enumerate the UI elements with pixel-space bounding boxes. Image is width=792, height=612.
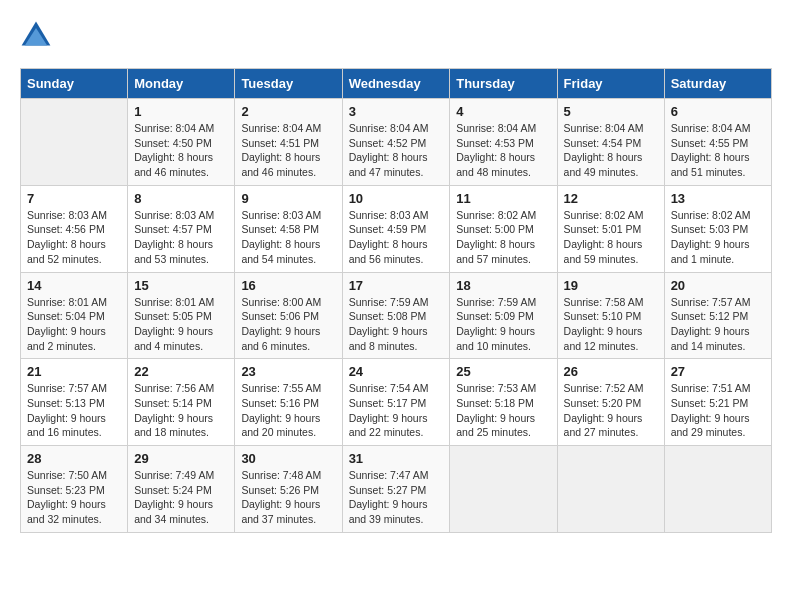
- day-info: Sunrise: 7:49 AMSunset: 5:24 PMDaylight:…: [134, 468, 228, 527]
- week-row-5: 28Sunrise: 7:50 AMSunset: 5:23 PMDayligh…: [21, 446, 772, 533]
- day-info: Sunrise: 8:03 AMSunset: 4:59 PMDaylight:…: [349, 208, 444, 267]
- day-info: Sunrise: 7:57 AMSunset: 5:12 PMDaylight:…: [671, 295, 765, 354]
- day-cell: 10Sunrise: 8:03 AMSunset: 4:59 PMDayligh…: [342, 185, 450, 272]
- day-number: 30: [241, 451, 335, 466]
- column-header-sunday: Sunday: [21, 69, 128, 99]
- day-cell: 31Sunrise: 7:47 AMSunset: 5:27 PMDayligh…: [342, 446, 450, 533]
- day-number: 21: [27, 364, 121, 379]
- day-number: 12: [564, 191, 658, 206]
- week-row-2: 7Sunrise: 8:03 AMSunset: 4:56 PMDaylight…: [21, 185, 772, 272]
- day-info: Sunrise: 8:03 AMSunset: 4:56 PMDaylight:…: [27, 208, 121, 267]
- day-number: 17: [349, 278, 444, 293]
- day-cell: 17Sunrise: 7:59 AMSunset: 5:08 PMDayligh…: [342, 272, 450, 359]
- day-number: 1: [134, 104, 228, 119]
- day-cell: 11Sunrise: 8:02 AMSunset: 5:00 PMDayligh…: [450, 185, 557, 272]
- day-number: 3: [349, 104, 444, 119]
- week-row-1: 1Sunrise: 8:04 AMSunset: 4:50 PMDaylight…: [21, 99, 772, 186]
- column-header-wednesday: Wednesday: [342, 69, 450, 99]
- column-header-saturday: Saturday: [664, 69, 771, 99]
- day-cell: 20Sunrise: 7:57 AMSunset: 5:12 PMDayligh…: [664, 272, 771, 359]
- day-info: Sunrise: 7:52 AMSunset: 5:20 PMDaylight:…: [564, 381, 658, 440]
- day-info: Sunrise: 7:54 AMSunset: 5:17 PMDaylight:…: [349, 381, 444, 440]
- day-info: Sunrise: 8:04 AMSunset: 4:50 PMDaylight:…: [134, 121, 228, 180]
- day-info: Sunrise: 7:48 AMSunset: 5:26 PMDaylight:…: [241, 468, 335, 527]
- column-header-tuesday: Tuesday: [235, 69, 342, 99]
- day-cell: 18Sunrise: 7:59 AMSunset: 5:09 PMDayligh…: [450, 272, 557, 359]
- day-number: 7: [27, 191, 121, 206]
- day-info: Sunrise: 8:01 AMSunset: 5:04 PMDaylight:…: [27, 295, 121, 354]
- day-number: 20: [671, 278, 765, 293]
- day-info: Sunrise: 7:47 AMSunset: 5:27 PMDaylight:…: [349, 468, 444, 527]
- day-number: 10: [349, 191, 444, 206]
- day-cell: 30Sunrise: 7:48 AMSunset: 5:26 PMDayligh…: [235, 446, 342, 533]
- day-number: 6: [671, 104, 765, 119]
- day-number: 2: [241, 104, 335, 119]
- day-info: Sunrise: 7:55 AMSunset: 5:16 PMDaylight:…: [241, 381, 335, 440]
- day-number: 13: [671, 191, 765, 206]
- day-cell: 4Sunrise: 8:04 AMSunset: 4:53 PMDaylight…: [450, 99, 557, 186]
- day-info: Sunrise: 7:50 AMSunset: 5:23 PMDaylight:…: [27, 468, 121, 527]
- day-number: 25: [456, 364, 550, 379]
- day-info: Sunrise: 7:53 AMSunset: 5:18 PMDaylight:…: [456, 381, 550, 440]
- day-cell: 28Sunrise: 7:50 AMSunset: 5:23 PMDayligh…: [21, 446, 128, 533]
- day-info: Sunrise: 7:51 AMSunset: 5:21 PMDaylight:…: [671, 381, 765, 440]
- day-info: Sunrise: 8:03 AMSunset: 4:57 PMDaylight:…: [134, 208, 228, 267]
- day-number: 29: [134, 451, 228, 466]
- day-info: Sunrise: 8:00 AMSunset: 5:06 PMDaylight:…: [241, 295, 335, 354]
- day-cell: [557, 446, 664, 533]
- page-header: [20, 20, 772, 52]
- day-number: 19: [564, 278, 658, 293]
- day-cell: 22Sunrise: 7:56 AMSunset: 5:14 PMDayligh…: [128, 359, 235, 446]
- day-number: 31: [349, 451, 444, 466]
- day-number: 26: [564, 364, 658, 379]
- day-number: 27: [671, 364, 765, 379]
- logo: [20, 20, 56, 52]
- day-info: Sunrise: 8:04 AMSunset: 4:54 PMDaylight:…: [564, 121, 658, 180]
- day-number: 16: [241, 278, 335, 293]
- day-cell: 13Sunrise: 8:02 AMSunset: 5:03 PMDayligh…: [664, 185, 771, 272]
- day-cell: 9Sunrise: 8:03 AMSunset: 4:58 PMDaylight…: [235, 185, 342, 272]
- day-number: 18: [456, 278, 550, 293]
- day-cell: 15Sunrise: 8:01 AMSunset: 5:05 PMDayligh…: [128, 272, 235, 359]
- day-cell: 14Sunrise: 8:01 AMSunset: 5:04 PMDayligh…: [21, 272, 128, 359]
- day-cell: [450, 446, 557, 533]
- day-info: Sunrise: 8:04 AMSunset: 4:55 PMDaylight:…: [671, 121, 765, 180]
- logo-icon: [20, 20, 52, 52]
- day-info: Sunrise: 8:03 AMSunset: 4:58 PMDaylight:…: [241, 208, 335, 267]
- day-number: 22: [134, 364, 228, 379]
- week-row-3: 14Sunrise: 8:01 AMSunset: 5:04 PMDayligh…: [21, 272, 772, 359]
- day-number: 11: [456, 191, 550, 206]
- calendar-table: SundayMondayTuesdayWednesdayThursdayFrid…: [20, 68, 772, 533]
- day-cell: 27Sunrise: 7:51 AMSunset: 5:21 PMDayligh…: [664, 359, 771, 446]
- day-number: 4: [456, 104, 550, 119]
- day-info: Sunrise: 8:02 AMSunset: 5:03 PMDaylight:…: [671, 208, 765, 267]
- day-number: 9: [241, 191, 335, 206]
- day-info: Sunrise: 8:04 AMSunset: 4:52 PMDaylight:…: [349, 121, 444, 180]
- week-row-4: 21Sunrise: 7:57 AMSunset: 5:13 PMDayligh…: [21, 359, 772, 446]
- header-row: SundayMondayTuesdayWednesdayThursdayFrid…: [21, 69, 772, 99]
- day-cell: 21Sunrise: 7:57 AMSunset: 5:13 PMDayligh…: [21, 359, 128, 446]
- day-cell: 16Sunrise: 8:00 AMSunset: 5:06 PMDayligh…: [235, 272, 342, 359]
- day-cell: 12Sunrise: 8:02 AMSunset: 5:01 PMDayligh…: [557, 185, 664, 272]
- day-cell: 6Sunrise: 8:04 AMSunset: 4:55 PMDaylight…: [664, 99, 771, 186]
- day-number: 8: [134, 191, 228, 206]
- day-cell: 19Sunrise: 7:58 AMSunset: 5:10 PMDayligh…: [557, 272, 664, 359]
- day-cell: 23Sunrise: 7:55 AMSunset: 5:16 PMDayligh…: [235, 359, 342, 446]
- day-cell: 1Sunrise: 8:04 AMSunset: 4:50 PMDaylight…: [128, 99, 235, 186]
- day-cell: 3Sunrise: 8:04 AMSunset: 4:52 PMDaylight…: [342, 99, 450, 186]
- day-number: 24: [349, 364, 444, 379]
- day-info: Sunrise: 7:56 AMSunset: 5:14 PMDaylight:…: [134, 381, 228, 440]
- day-info: Sunrise: 8:04 AMSunset: 4:51 PMDaylight:…: [241, 121, 335, 180]
- day-cell: 5Sunrise: 8:04 AMSunset: 4:54 PMDaylight…: [557, 99, 664, 186]
- column-header-friday: Friday: [557, 69, 664, 99]
- day-info: Sunrise: 7:57 AMSunset: 5:13 PMDaylight:…: [27, 381, 121, 440]
- day-info: Sunrise: 7:59 AMSunset: 5:09 PMDaylight:…: [456, 295, 550, 354]
- day-cell: 24Sunrise: 7:54 AMSunset: 5:17 PMDayligh…: [342, 359, 450, 446]
- day-cell: 25Sunrise: 7:53 AMSunset: 5:18 PMDayligh…: [450, 359, 557, 446]
- day-number: 28: [27, 451, 121, 466]
- day-cell: 7Sunrise: 8:03 AMSunset: 4:56 PMDaylight…: [21, 185, 128, 272]
- day-cell: [664, 446, 771, 533]
- day-info: Sunrise: 8:02 AMSunset: 5:01 PMDaylight:…: [564, 208, 658, 267]
- column-header-monday: Monday: [128, 69, 235, 99]
- day-number: 5: [564, 104, 658, 119]
